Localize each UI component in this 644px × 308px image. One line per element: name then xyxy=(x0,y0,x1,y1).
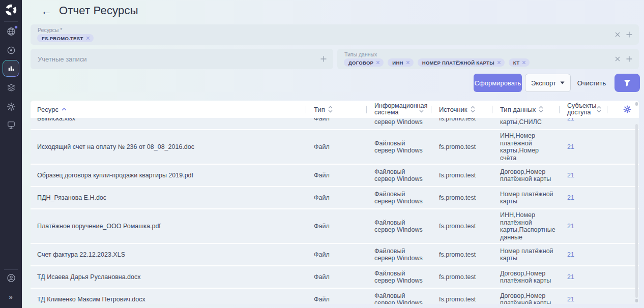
page-header: ← Отчет Ресурсы xyxy=(41,4,138,17)
table-row[interactable]: Образец договора купли-продажи квартиры … xyxy=(31,165,639,186)
table-row[interactable]: ПДН_Рязанова Е.Н.doc Файл Файловый серве… xyxy=(31,187,639,208)
table-header: Ресурс Тип Информационная система xyxy=(31,101,639,118)
data-type-chip[interactable]: ДОГОВОР xyxy=(344,58,384,67)
cell-resource: Счет фактура 22.12.2023.XLS xyxy=(31,244,306,265)
generate-button[interactable]: Сформировать xyxy=(474,74,522,92)
table-body: Выписка.xlsx Файл Файловый сервер Window… xyxy=(31,118,639,304)
chip-remove-icon[interactable] xyxy=(522,60,526,65)
cell-type: Файл xyxy=(306,244,366,265)
chip-remove-icon[interactable] xyxy=(497,60,501,65)
cell-type: Файл xyxy=(306,118,366,129)
add-value-button[interactable] xyxy=(320,55,327,63)
clear-button[interactable]: Очистить xyxy=(576,74,607,92)
cell-source: fs.promo.test xyxy=(431,130,492,164)
funnel-icon xyxy=(623,79,631,87)
table-row[interactable]: ТД Исаева Дарья Руслановна.docx Файл Фай… xyxy=(31,266,639,288)
sidebar-item-settings[interactable] xyxy=(0,101,22,112)
cell-data-types: Договор,Номер платёжной карты xyxy=(492,165,559,186)
sort-icon[interactable] xyxy=(419,106,424,113)
subjects-link[interactable]: 21 xyxy=(567,251,574,259)
back-button[interactable]: ← xyxy=(41,6,52,16)
data-type-chip[interactable]: КТ xyxy=(509,58,530,67)
add-value-button[interactable] xyxy=(626,31,633,38)
sidebar-item-agents[interactable] xyxy=(0,119,22,131)
data-types-filter-field[interactable]: Типы данных ДОГОВОР ИНН НОМЕР ПЛАТЁЖНОЙ … xyxy=(337,49,639,69)
subjects-link[interactable]: 21 xyxy=(567,194,574,202)
chip-remove-icon[interactable] xyxy=(376,60,380,65)
resource-chip[interactable]: FS.PROMO.TEST xyxy=(37,34,94,42)
chip-remove-icon[interactable] xyxy=(406,60,410,65)
chip-label: КТ xyxy=(513,60,519,66)
data-type-chip[interactable]: ИНН xyxy=(388,58,413,67)
add-value-button[interactable] xyxy=(626,55,633,63)
sidebar-item-globe[interactable] xyxy=(0,26,22,37)
chip-label: ИНН xyxy=(392,60,403,66)
sidebar-item-reports[interactable] xyxy=(3,60,19,77)
sort-icon[interactable] xyxy=(597,106,601,113)
sort-icon[interactable] xyxy=(471,106,475,113)
cell-data-types: Договор,Номер платёжной карты xyxy=(492,266,559,288)
column-header-subjects[interactable]: Субъекты доступа xyxy=(559,101,607,118)
data-type-chip[interactable]: НОМЕР ПЛАТЁЖНОЙ КАРТЫ xyxy=(418,58,505,67)
sort-asc-icon[interactable] xyxy=(62,108,67,111)
cell-source: fs.promo.test xyxy=(431,266,492,288)
close-icon xyxy=(614,56,621,62)
sidebar-item-layers[interactable] xyxy=(0,82,22,93)
subjects-link[interactable]: 21 xyxy=(567,273,574,281)
cell-system: Файловый сервер Windows xyxy=(366,244,431,265)
data-types-filter-label: Типы данных xyxy=(344,51,377,57)
bar-chart-icon xyxy=(7,64,16,73)
resources-filter-field[interactable]: Ресурсы * FS.PROMO.TEST xyxy=(31,24,639,45)
table-row[interactable]: Исходящий счет на оплату № 236 от 08_08_… xyxy=(31,130,639,164)
table-settings-button[interactable] xyxy=(607,101,639,118)
filter-button[interactable] xyxy=(614,74,640,92)
app-logo[interactable] xyxy=(0,3,22,17)
sidebar-item-monitoring[interactable] xyxy=(0,45,22,56)
cell-data-types: Договор,Номер платёжной карты xyxy=(492,289,559,304)
notification-badge xyxy=(14,25,18,29)
table-row[interactable]: Счет фактура 22.12.2023.XLS Файл Файловы… xyxy=(31,244,639,265)
subjects-link[interactable]: 21 xyxy=(567,118,574,122)
cell-source: fs.promo.test xyxy=(431,165,492,186)
table-row[interactable]: Выписка.xlsx Файл Файловый сервер Window… xyxy=(31,118,639,129)
cell-data-types: Номер платёжной карты xyxy=(492,187,559,208)
table-row[interactable]: ТД Клименко Максим Петрович.docx Файл Фа… xyxy=(31,289,639,304)
gear-icon xyxy=(6,102,16,112)
clear-field-button[interactable] xyxy=(614,56,621,62)
cell-system: Файловый сервер Windows xyxy=(366,130,431,164)
scrollbar-cap xyxy=(635,102,638,106)
cell-source: fs.promo.test xyxy=(431,118,492,129)
vertical-scrollbar[interactable] xyxy=(635,124,638,298)
subjects-link[interactable]: 21 xyxy=(567,296,574,303)
column-header-type[interactable]: Тип xyxy=(306,101,366,118)
chip-label: ДОГОВОР xyxy=(348,60,373,66)
plus-icon xyxy=(626,55,633,63)
sort-icon[interactable] xyxy=(539,106,543,113)
cell-system: Файловый сервер Windows xyxy=(366,165,431,186)
sort-icon[interactable] xyxy=(328,106,333,113)
plus-icon xyxy=(626,31,633,38)
clear-field-button[interactable] xyxy=(614,32,621,38)
subjects-link[interactable]: 21 xyxy=(567,143,574,151)
subjects-link[interactable]: 21 xyxy=(567,172,574,179)
table-row[interactable]: Платёжное поручение_ООО Ромашка.pdf Файл… xyxy=(31,209,639,243)
cell-data-types: Номер платёжной карты xyxy=(492,244,559,265)
sidebar-expand-button[interactable]: » xyxy=(0,292,22,302)
accounts-filter-field[interactable]: Учетные записи xyxy=(31,49,333,69)
chip-remove-icon[interactable] xyxy=(86,36,90,40)
account-icon xyxy=(6,273,16,283)
sidebar-item-account[interactable] xyxy=(0,272,22,284)
cell-system: Файловый сервер Windows xyxy=(366,266,431,288)
cell-resource: ТД Клименко Максим Петрович.docx xyxy=(31,289,306,304)
export-button[interactable]: Экспорт xyxy=(525,74,571,92)
column-header-system[interactable]: Информационная система xyxy=(366,101,431,118)
column-header-source[interactable]: Источник xyxy=(431,101,492,118)
cell-resource: ТД Исаева Дарья Руслановна.docx xyxy=(31,266,306,288)
subjects-link[interactable]: 21 xyxy=(567,223,574,230)
column-header-data-types[interactable]: Тип данных xyxy=(492,101,559,118)
column-label: Тип xyxy=(314,106,325,113)
sidebar-divider xyxy=(4,269,18,270)
column-separator xyxy=(492,106,492,113)
column-header-resource[interactable]: Ресурс xyxy=(31,101,306,118)
logo-icon xyxy=(4,3,18,17)
